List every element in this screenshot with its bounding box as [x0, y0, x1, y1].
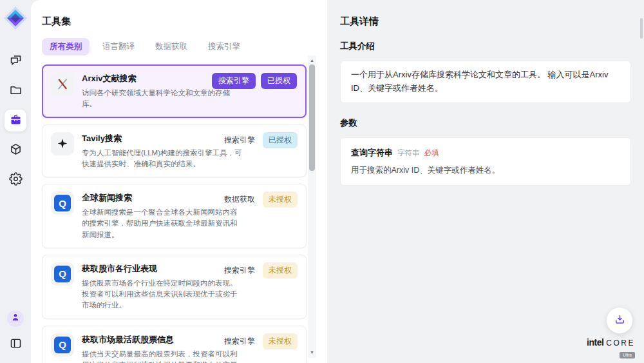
tool-badges: 搜索引擎 已授权 — [222, 132, 298, 148]
tool-description: 提供当天交易量最高的股票列表，投资者可以利用这些信息来识别流动性强的股票和潜在的… — [82, 349, 244, 363]
tool-description: 访问各个研究领域大量科学论文和文章的存储库。 — [82, 88, 244, 110]
user-avatar-icon — [10, 312, 21, 325]
param-required-badge: 必填 — [424, 147, 439, 159]
category-badge: 搜索引擎 — [222, 333, 258, 349]
param-type: 字符串 — [397, 147, 420, 159]
tool-badges: 搜索引擎 已授权 — [212, 73, 297, 89]
tab-language-translation[interactable]: 语言翻译 — [95, 38, 142, 55]
user-avatar[interactable] — [7, 310, 24, 327]
tool-description: 提供股票市场各个行业在特定时间段内的表现。投资者可以利用这些信息来识别表现优于或… — [82, 278, 244, 311]
tool-detail-panel: 工具详情 工具介绍 一个用于从Arxiv存储库搜索科学论文和文章的工具。 输入可… — [327, 0, 644, 363]
sidebar-bottom — [5, 306, 26, 355]
sparkle-icon — [51, 132, 74, 155]
tool-list: Arxiv文献搜索 访问各个研究领域大量科学论文和文章的存储库。 搜索引擎 已授… — [42, 64, 307, 363]
tool-badges: 数据获取 未授权 — [222, 191, 298, 208]
panel-toggle-icon — [9, 337, 23, 353]
q-icon: Q — [51, 262, 74, 286]
tab-search-engine[interactable]: 搜索引擎 — [200, 38, 248, 55]
status-badge: 未授权 — [263, 333, 298, 349]
param-name: 查询字符串 — [351, 146, 393, 160]
download-button[interactable] — [607, 308, 632, 333]
category-badge: 搜索引擎 — [222, 262, 258, 279]
detail-title: 工具详情 — [340, 15, 631, 28]
q-icon: Q — [51, 191, 74, 215]
intel-wordmark: intel — [587, 337, 603, 348]
sidebar-item-files[interactable] — [5, 80, 26, 102]
scroll-down-arrow[interactable]: ▼ — [308, 349, 316, 357]
status-badge: 已授权 — [263, 132, 298, 148]
tool-card[interactable]: Q 获取市场最活跃股票信息 提供当天交易量最高的股票列表，投资者可以利用这些信息… — [42, 326, 307, 363]
param-card: 查询字符串 字符串 必填 用于搜索的Arxiv ID、关键字或作者姓名。 — [340, 137, 631, 186]
gear-icon — [9, 172, 23, 188]
scrollbar-thumb[interactable] — [309, 64, 315, 171]
param-head: 查询字符串 字符串 必填 — [351, 146, 620, 160]
tool-description: 全球新闻搜索是一个聚合全球各大新闻网站内容的搜索引擎，帮助用户快速获取全球最新资… — [82, 207, 244, 240]
intro-text: 一个用于从Arxiv存储库搜索科学论文和文章的工具。 输入可以是Arxiv ID… — [351, 70, 608, 93]
tool-card[interactable]: Tavily搜索 专为人工智能代理(LLM)构建的搜索引擎工具，可快速提供实时、… — [42, 124, 307, 178]
download-icon — [614, 313, 626, 328]
status-badge: 未授权 — [263, 262, 298, 279]
params-heading: 参数 — [340, 117, 631, 129]
tool-badges: 搜索引擎 未授权 — [222, 333, 298, 349]
detail-scrollbar-thumb[interactable] — [640, 18, 643, 39]
chat-icon — [9, 54, 23, 70]
folder-icon — [9, 83, 23, 99]
tool-list-panel: 工具集 所有类别 语言翻译 数据获取 搜索引擎 Arxiv文献搜索 访问各个研究… — [31, 0, 327, 363]
list-scrollbar[interactable]: ▲ ▼ — [308, 55, 316, 358]
tool-description: 专为人工智能代理(LLM)构建的搜索引擎工具，可快速提供实时、准确和真实的结果。 — [82, 148, 244, 170]
cube-icon — [9, 142, 23, 159]
q-icon: Q — [51, 333, 74, 357]
page-title: 工具集 — [42, 15, 327, 28]
arxiv-icon — [51, 72, 74, 95]
ultra-badge: Ultra — [620, 352, 635, 358]
tool-card[interactable]: Q 获取股市各行业表现 提供股票市场各个行业在特定时间段内的表现。投资者可以利用… — [42, 255, 307, 319]
sidebar-item-chat[interactable] — [5, 50, 26, 72]
app-root: 工具集 所有类别 语言翻译 数据获取 搜索引擎 Arxiv文献搜索 访问各个研究… — [0, 0, 644, 363]
category-badge: 数据获取 — [222, 191, 258, 208]
sidebar-item-tools[interactable] — [5, 110, 26, 132]
scroll-up-arrow[interactable]: ▲ — [308, 57, 316, 64]
tool-card[interactable]: Q 全球新闻搜索 全球新闻搜索是一个聚合全球各大新闻网站内容的搜索引擎，帮助用户… — [42, 184, 307, 248]
category-tabs: 所有类别 语言翻译 数据获取 搜索引擎 — [42, 38, 327, 55]
logo-diamond-icon[interactable] — [3, 5, 28, 31]
sidebar — [0, 0, 31, 363]
sidebar-item-settings[interactable] — [5, 169, 26, 191]
tab-all-categories[interactable]: 所有类别 — [42, 38, 90, 55]
sidebar-collapse-toggle[interactable] — [5, 333, 26, 355]
intro-card: 一个用于从Arxiv存储库搜索科学论文和文章的工具。 输入可以是Arxiv ID… — [340, 61, 631, 103]
category-badge: 搜索引擎 — [222, 132, 258, 148]
sidebar-item-models[interactable] — [5, 139, 26, 161]
tool-badges: 搜索引擎 未授权 — [222, 262, 298, 279]
tool-card[interactable]: Arxiv文献搜索 访问各个研究领域大量科学论文和文章的存储库。 搜索引擎 已授… — [42, 64, 307, 118]
toolbox-icon — [9, 113, 23, 129]
status-badge: 已授权 — [261, 73, 297, 89]
intro-heading: 工具介绍 — [340, 41, 631, 52]
core-wordmark: CORE — [606, 338, 635, 348]
main-area: 工具集 所有类别 语言翻译 数据获取 搜索引擎 Arxiv文献搜索 访问各个研究… — [31, 0, 644, 363]
param-description: 用于搜索的Arxiv ID、关键字或作者姓名。 — [351, 164, 620, 177]
status-badge: 未授权 — [263, 191, 298, 208]
category-badge: 搜索引擎 — [212, 73, 256, 89]
tab-data-acquisition[interactable]: 数据获取 — [147, 38, 195, 55]
intel-core-logo: intelCORE Ultra — [587, 337, 635, 359]
